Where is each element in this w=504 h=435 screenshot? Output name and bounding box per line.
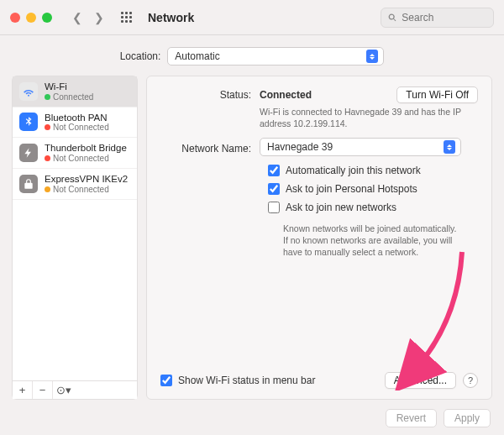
sidebar-footer: + − ⊙▾	[13, 380, 137, 399]
back-button[interactable]: ❮	[69, 9, 86, 26]
service-status: Not Connected	[45, 185, 128, 194]
help-button[interactable]: ?	[463, 373, 478, 388]
hotspot-checkbox[interactable]	[268, 183, 280, 195]
location-label: Location:	[120, 50, 161, 62]
status-subtext: Wi-Fi is connected to Havnegade 39 and h…	[260, 107, 461, 129]
network-name-label: Network Name:	[160, 140, 260, 155]
forward-button[interactable]: ❯	[91, 9, 108, 26]
service-status: Connected	[45, 92, 93, 102]
sidebar-item-bluetooth-pan[interactable]: Bluetooth PANNot Connected	[13, 107, 137, 139]
service-options-button[interactable]: ⊙▾	[53, 381, 137, 399]
apps-grid-icon[interactable]	[121, 12, 133, 24]
service-name: Thunderbolt Bridge	[45, 143, 127, 154]
service-name: Bluetooth PAN	[45, 113, 109, 123]
minimize-icon[interactable]	[26, 13, 36, 23]
sidebar-item-thunderbolt-bridge[interactable]: Thunderbolt BridgeNot Connected	[13, 138, 137, 169]
search-icon	[388, 13, 396, 23]
status-label: Status:	[160, 86, 260, 101]
hotspot-label: Ask to join Personal Hotspots	[286, 183, 417, 195]
remove-service-button[interactable]: −	[33, 381, 53, 399]
window-title: Network	[148, 11, 194, 24]
service-status: Not Connected	[45, 154, 127, 163]
sidebar-item-expressvpn-ikev2[interactable]: ExpressVPN IKEv2Not Connected	[13, 169, 137, 200]
thunderbolt-icon	[19, 144, 38, 162]
window-controls	[10, 13, 52, 23]
location-value: Automatic	[175, 50, 219, 62]
search-field[interactable]	[381, 8, 494, 28]
location-select[interactable]: Automatic	[167, 47, 384, 66]
wifi-toggle-button[interactable]: Turn Wi-Fi Off	[396, 86, 478, 103]
zoom-icon[interactable]	[42, 13, 52, 23]
new-networks-hint: Known networks will be joined automatica…	[283, 223, 461, 258]
nav-arrows: ❮ ❯	[69, 9, 108, 26]
revert-button[interactable]: Revert	[386, 409, 437, 427]
auto-join-label: Automatically join this network	[286, 165, 421, 176]
new-networks-label: Ask to join new networks	[286, 202, 396, 213]
status-value: Connected	[260, 89, 312, 101]
service-sidebar: Wi-FiConnectedBluetooth PANNot Connected…	[12, 76, 138, 400]
new-networks-checkbox[interactable]	[268, 202, 280, 213]
lock-icon	[19, 175, 38, 193]
bluetooth-icon	[19, 113, 38, 131]
chevron-updown-icon	[444, 140, 455, 154]
close-icon[interactable]	[10, 13, 20, 23]
location-row: Location: Automatic	[0, 35, 504, 76]
service-name: Wi-Fi	[45, 81, 93, 92]
titlebar: ❮ ❯ Network	[0, 0, 504, 35]
service-name: ExpressVPN IKEv2	[45, 174, 128, 185]
menubar-checkbox[interactable]	[160, 375, 172, 386]
add-service-button[interactable]: +	[13, 381, 33, 399]
search-input[interactable]	[402, 12, 486, 24]
service-status: Not Connected	[45, 123, 109, 132]
sidebar-item-wi-fi[interactable]: Wi-FiConnected	[13, 76, 137, 107]
network-name-select[interactable]: Havnegade 39	[260, 138, 461, 156]
menubar-label: Show Wi-Fi status in menu bar	[178, 375, 315, 386]
network-name-value: Havnegade 39	[267, 141, 333, 153]
auto-join-checkbox[interactable]	[268, 165, 280, 176]
chevron-updown-icon	[366, 50, 378, 63]
advanced-button[interactable]: Advanced...	[385, 372, 456, 389]
detail-panel: Status: Connected Turn Wi-Fi Off Wi-Fi i…	[146, 76, 492, 400]
window-footer: Revert Apply	[0, 400, 504, 435]
apply-button[interactable]: Apply	[444, 409, 491, 427]
wifi-icon	[19, 82, 38, 101]
